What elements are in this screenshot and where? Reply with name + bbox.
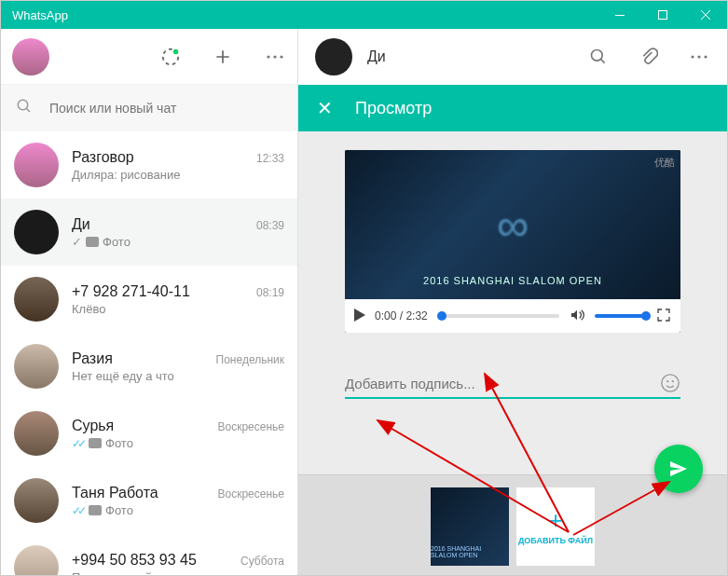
menu-icon[interactable] [264, 46, 286, 68]
caption-input[interactable] [345, 370, 680, 399]
preview-title: Просмотр [355, 99, 432, 118]
search-icon [16, 98, 33, 118]
svg-point-9 [691, 55, 694, 58]
chat-name: Таня Работа [72, 485, 158, 501]
chat-time: Суббота [240, 555, 284, 568]
chat-list-avatar [14, 344, 59, 389]
chat-list-avatar [14, 545, 59, 576]
video-progress[interactable] [437, 314, 559, 318]
chat-subtitle: Нет ещё еду а что [72, 369, 284, 383]
search-bar [1, 85, 297, 131]
add-file-label: ДОБАВИТЬ ФАЙЛ [518, 536, 593, 545]
app-name: WhatsApp [12, 8, 68, 22]
close-preview-icon[interactable]: ✕ [317, 97, 333, 119]
preview-body: ∞ 2016 SHANGHAI SLALOM OPEN 优酷 0:00 / 2:… [298, 131, 727, 576]
svg-rect-1 [659, 11, 667, 20]
maximize-button[interactable] [641, 1, 684, 29]
new-chat-icon[interactable] [212, 46, 234, 68]
read-ticks-icon [72, 235, 82, 249]
svg-point-7 [18, 100, 28, 110]
svg-rect-0 [615, 15, 625, 16]
thumbnail-strip: 2016 SHANGHAI SLALOM OPEN + ДОБАВИТЬ ФАЙ… [298, 474, 727, 576]
video-frame[interactable]: ∞ 2016 SHANGHAI SLALOM OPEN 优酷 [345, 150, 680, 299]
read-ticks-icon [72, 503, 85, 517]
svg-point-4 [267, 55, 269, 58]
chat-item[interactable]: СурьяВоскресеньеФото [1, 400, 297, 467]
chat-name: +7 928 271-40-11 [72, 283, 190, 300]
svg-point-3 [173, 48, 179, 54]
chat-name: Сурья [72, 418, 114, 434]
svg-point-14 [672, 380, 674, 382]
svg-point-13 [666, 380, 668, 382]
chat-item[interactable]: +7 928 271-40-1108:19Клёво [1, 266, 297, 333]
chat-subtitle: Пропущенный аудиозвонок [72, 570, 284, 577]
chat-time: 08:19 [256, 286, 284, 299]
volume-slider[interactable] [595, 314, 647, 318]
chat-time: 12:33 [256, 152, 284, 165]
chat-header-name: Ди [367, 48, 572, 65]
volume-icon[interactable] [569, 308, 585, 325]
emoji-icon[interactable] [660, 373, 680, 397]
chat-list-avatar [14, 478, 59, 523]
attach-icon[interactable] [638, 46, 660, 68]
chat-time: Воскресенье [217, 420, 284, 433]
sidebar: Разговор12:33Диляра: рисованиеДи08:39Фот… [1, 29, 298, 576]
chat-time: 08:39 [256, 219, 284, 232]
chat-subtitle: Фото [72, 235, 284, 249]
search-chat-icon[interactable] [587, 46, 610, 68]
send-button[interactable] [654, 445, 703, 493]
search-input[interactable] [49, 101, 282, 116]
main-panel: Ди ✕ Просмотр ∞ 2016 SHANGHAI [298, 29, 727, 576]
chat-item[interactable]: Разговор12:33Диляра: рисование [1, 131, 297, 199]
chat-time: Понедельник [216, 353, 284, 366]
chat-item[interactable]: Ди08:39Фото [1, 199, 297, 266]
minimize-button[interactable] [598, 1, 641, 29]
chat-avatar[interactable] [315, 38, 352, 75]
close-button[interactable] [684, 1, 727, 29]
video-thumbnail[interactable]: 2016 SHANGHAI SLALOM OPEN [431, 487, 509, 566]
chat-subtitle: Клёво [72, 302, 284, 316]
chat-name: Разия [72, 350, 113, 367]
video-overlay-text: 2016 SHANGHAI SLALOM OPEN [423, 275, 602, 286]
preview-header: ✕ Просмотр [298, 85, 727, 131]
chat-list-avatar [14, 277, 59, 322]
chat-time: Воскресенье [217, 487, 284, 501]
chat-subtitle: Фото [72, 503, 284, 517]
status-icon[interactable] [159, 46, 182, 68]
add-file-button[interactable]: + ДОБАВИТЬ ФАЙЛ [516, 487, 595, 566]
chat-name: Разговор [72, 149, 134, 166]
play-icon[interactable] [354, 309, 365, 324]
chat-item[interactable]: +994 50 853 93 45СубботаПропущенный ауди… [1, 534, 297, 576]
chat-menu-icon[interactable] [688, 46, 710, 68]
svg-point-6 [280, 55, 282, 58]
chat-item[interactable]: РазияПонедельникНет ещё еду а что [1, 333, 297, 400]
chat-list-avatar [14, 411, 59, 456]
chat-name: +994 50 853 93 45 [72, 552, 197, 569]
chat-item[interactable]: Таня РаботаВоскресеньеФото [1, 467, 297, 534]
video-watermark: 优酷 [654, 156, 675, 170]
camera-icon [89, 505, 102, 515]
chat-header: Ди [298, 29, 727, 85]
plus-icon: + [548, 508, 562, 532]
camera-icon [86, 237, 99, 247]
sidebar-header [1, 29, 297, 85]
titlebar: WhatsApp [1, 1, 727, 29]
chat-list[interactable]: Разговор12:33Диляра: рисованиеДи08:39Фот… [1, 131, 297, 576]
svg-point-10 [697, 55, 700, 58]
video-time: 0:00 / 2:32 [375, 309, 428, 322]
chat-name: Ди [72, 216, 90, 233]
svg-point-8 [592, 50, 603, 62]
chat-subtitle: Фото [72, 436, 284, 450]
user-avatar[interactable] [12, 38, 49, 75]
fullscreen-icon[interactable] [656, 308, 671, 325]
svg-point-11 [704, 55, 707, 58]
video-controls: 0:00 / 2:32 [345, 299, 680, 333]
chat-list-avatar [14, 210, 59, 254]
window-controls [598, 1, 727, 29]
caption-row [345, 370, 680, 399]
svg-point-5 [273, 55, 276, 58]
camera-icon [89, 438, 102, 448]
chat-list-avatar [14, 143, 59, 187]
video-preview: ∞ 2016 SHANGHAI SLALOM OPEN 优酷 0:00 / 2:… [345, 150, 680, 333]
svg-point-12 [662, 374, 679, 391]
